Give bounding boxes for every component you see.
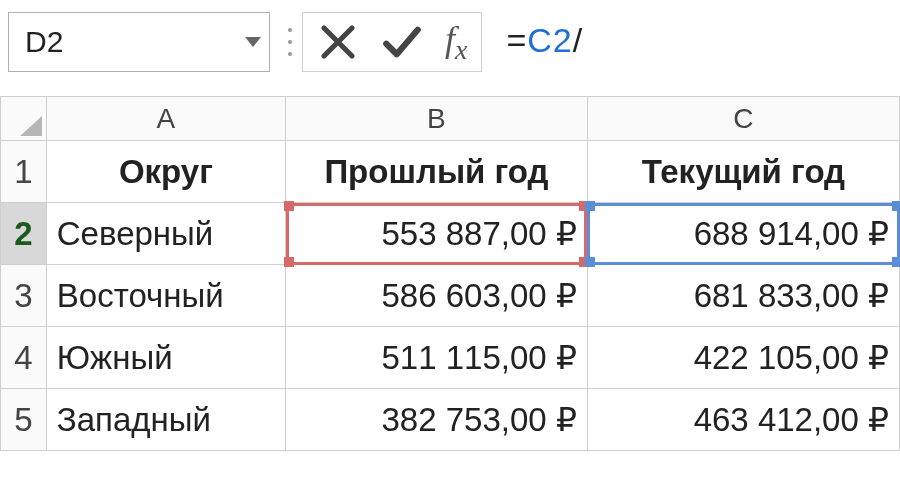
row-header-2[interactable]: 2 (1, 203, 47, 265)
name-box[interactable]: D2 (8, 12, 270, 72)
cell-C5[interactable]: 463 412,00 ₽ (587, 389, 899, 451)
cell-C1[interactable]: Текущий год (587, 141, 899, 203)
cell-B2[interactable]: 553 887,00 ₽ (286, 203, 588, 265)
name-box-value: D2 (25, 25, 63, 59)
resize-handle-icon[interactable] (284, 28, 296, 56)
confirm-icon[interactable] (381, 21, 423, 63)
formula-ref: C2 (527, 21, 572, 60)
cell-A2[interactable]: Северный (46, 203, 285, 265)
cell-A3[interactable]: Восточный (46, 265, 285, 327)
formula-input[interactable]: =C2/ (496, 12, 892, 68)
column-header-A[interactable]: A (46, 97, 285, 141)
spreadsheet-grid[interactable]: A B C 1 Округ Прошлый год Текущий год 2 … (0, 96, 900, 451)
cell-A4[interactable]: Южный (46, 327, 285, 389)
cell-B4[interactable]: 511 115,00 ₽ (286, 327, 588, 389)
row-header-5[interactable]: 5 (1, 389, 47, 451)
cell-C2[interactable]: 688 914,00 ₽ (587, 203, 899, 265)
cell-A1[interactable]: Округ (46, 141, 285, 203)
formula-prefix: = (506, 21, 527, 60)
select-all-corner[interactable] (1, 97, 47, 141)
cell-C4[interactable]: 422 105,00 ₽ (587, 327, 899, 389)
formula-bar-controls: fx (284, 12, 482, 72)
name-box-dropdown-icon[interactable] (245, 37, 261, 47)
cancel-icon[interactable] (317, 21, 359, 63)
row-header-1[interactable]: 1 (1, 141, 47, 203)
cell-A5[interactable]: Западный (46, 389, 285, 451)
cell-B5[interactable]: 382 753,00 ₽ (286, 389, 588, 451)
formula-buttons: fx (302, 12, 482, 72)
row-header-4[interactable]: 4 (1, 327, 47, 389)
insert-function-icon[interactable]: fx (445, 18, 467, 66)
row-header-3[interactable]: 3 (1, 265, 47, 327)
cell-B1[interactable]: Прошлый год (286, 141, 588, 203)
formula-bar: D2 fx =C2/ (0, 0, 900, 96)
formula-suffix: / (573, 21, 583, 60)
column-header-C[interactable]: C (587, 97, 899, 141)
column-header-B[interactable]: B (286, 97, 588, 141)
cell-B3[interactable]: 586 603,00 ₽ (286, 265, 588, 327)
cell-C3[interactable]: 681 833,00 ₽ (587, 265, 899, 327)
